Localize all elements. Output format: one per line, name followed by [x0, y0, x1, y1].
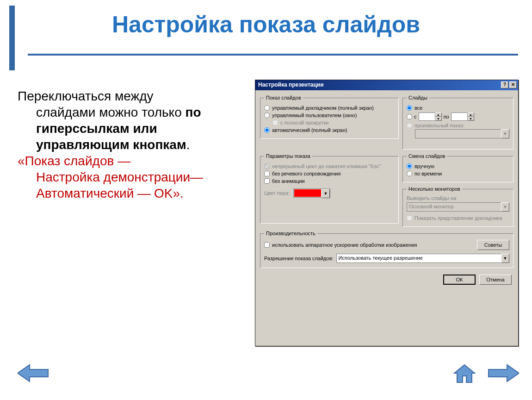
body-red-a: «Показ слайдов — — [18, 154, 130, 168]
svg-marker-0 — [18, 365, 48, 381]
group-show: Показ слайдов управляемый докладчиком (п… — [260, 95, 399, 139]
input-to[interactable] — [451, 112, 468, 121]
radio-slides-all-label: все — [414, 105, 422, 111]
cancel-button[interactable]: Отмена — [479, 275, 512, 285]
close-button[interactable]: ✕ — [509, 81, 517, 88]
combo-monitor-btn: ▼ — [501, 202, 509, 212]
check-no-narration-label: без речевого сопровождения — [272, 171, 340, 176]
check-presenter-view-label: Показать представление докладчика — [414, 215, 502, 221]
monitors-out-label: Выводить слайды на: — [407, 195, 509, 201]
group-slides: Слайды все с ▲▼ по ▲▼ произвольный показ… — [402, 95, 513, 150]
group-slides-legend: Слайды — [407, 95, 429, 100]
slide-frame: Настройка показа слайдов Переключаться м… — [0, 0, 532, 400]
group-monitors-legend: Несколько мониторов — [407, 186, 462, 192]
combo-custom-show-field — [415, 129, 501, 138]
radio-slides-range[interactable] — [407, 114, 412, 119]
combo-custom-show: ▼ — [415, 129, 509, 138]
check-loop-label: непрерывный цикл до нажатия клавиши "Esc… — [272, 163, 381, 169]
check-scrollbar — [272, 120, 278, 125]
body-line1-rest: слайдами можно только — [36, 105, 186, 119]
nav-next-button[interactable] — [488, 364, 519, 382]
combo-resolution-btn[interactable]: ▼ — [501, 254, 509, 263]
home-icon — [452, 362, 476, 384]
group-params: Параметры показа непрерывный цикл до наж… — [260, 153, 399, 224]
radio-custom-show — [407, 123, 412, 128]
body-period: . — [186, 138, 190, 152]
nav-prev-button[interactable] — [18, 364, 49, 382]
spin-from-up[interactable]: ▲ — [435, 112, 442, 117]
radio-custom-show-label: произвольный показ: — [414, 123, 464, 128]
group-change: Смена слайдов вручную по времени — [402, 153, 513, 182]
resolution-label: Разрешение показа слайдов: — [264, 256, 334, 261]
check-presenter-view — [407, 215, 412, 221]
pen-color-label: Цвет пера: — [264, 190, 290, 196]
radio-presenter-label: управляемый докладчиком (полный экран) — [272, 105, 374, 111]
title-underline — [28, 54, 518, 56]
dialog-body: Показ слайдов управляемый докладчиком (п… — [255, 90, 518, 288]
svg-marker-1 — [454, 365, 475, 382]
spin-from-down[interactable]: ▼ — [435, 117, 442, 121]
pen-color-swatch[interactable]: ▼ — [293, 188, 330, 198]
combo-resolution[interactable]: Использовать текущее разрешение ▼ — [336, 254, 509, 263]
label-from: с — [414, 114, 417, 119]
group-perf-legend: Производительность — [264, 231, 317, 236]
combo-monitor-field: Основной монитор — [407, 202, 501, 212]
pen-color-dropdown-icon[interactable]: ▼ — [322, 189, 330, 198]
combo-monitor: Основной монитор ▼ — [407, 202, 509, 212]
group-params-legend: Параметры показа — [264, 153, 312, 159]
group-monitors: Несколько мониторов Выводить слайды на: … — [402, 186, 513, 227]
page-title: Настройка показа слайдов — [0, 11, 532, 38]
radio-manual[interactable] — [407, 163, 412, 169]
ok-button[interactable]: ОК — [443, 275, 476, 285]
body-red-b: Настройка демонстрации—Автоматический — … — [18, 169, 244, 201]
input-from[interactable] — [419, 112, 435, 121]
spin-to-down[interactable]: ▼ — [468, 117, 474, 121]
check-no-animation[interactable] — [264, 178, 270, 184]
spin-to-up[interactable]: ▲ — [468, 112, 474, 117]
tips-button[interactable]: Советы — [477, 240, 509, 250]
radio-timed-label: по времени — [414, 171, 442, 176]
check-hw-accel[interactable] — [264, 242, 270, 248]
arrow-left-icon — [18, 364, 49, 382]
group-change-legend: Смена слайдов — [407, 153, 447, 159]
svg-marker-2 — [489, 365, 519, 381]
help-button[interactable]: ? — [501, 81, 508, 88]
pen-color-value — [294, 189, 321, 197]
arrow-right-icon — [488, 364, 519, 382]
settings-dialog: Настройка презентации ? ✕ Показ слайдов … — [255, 80, 519, 346]
group-perf: Производительность использовать аппаратн… — [260, 231, 513, 268]
radio-user[interactable] — [264, 112, 270, 118]
nav-home-button[interactable] — [452, 362, 476, 384]
dialog-button-row: ОК Отмена — [260, 272, 513, 285]
radio-timed[interactable] — [407, 171, 412, 176]
radio-presenter[interactable] — [264, 105, 270, 111]
radio-slides-all[interactable] — [407, 105, 412, 111]
group-show-legend: Показ слайдов — [264, 95, 303, 100]
dialog-titlebar[interactable]: Настройка презентации ? ✕ — [255, 80, 518, 90]
check-scrollbar-label: с полосой прокрутки — [280, 120, 328, 125]
radio-auto-label: автоматический (полный экран) — [272, 127, 347, 133]
check-no-narration[interactable] — [264, 171, 270, 176]
radio-user-label: управляемый пользователем (окно) — [272, 112, 357, 118]
body-line1-lead: Переключаться между — [18, 89, 154, 103]
label-to: по — [444, 114, 449, 119]
dialog-title: Настройка презентации — [258, 81, 324, 88]
check-loop — [264, 163, 270, 169]
body-text: Переключаться между слайдами можно тольк… — [18, 88, 244, 201]
combo-resolution-field: Использовать текущее разрешение — [336, 254, 501, 263]
check-hw-accel-label: использовать аппаратное ускорение обрабо… — [272, 242, 417, 248]
radio-manual-label: вручную — [414, 163, 434, 169]
check-no-animation-label: без анимации — [272, 178, 305, 184]
radio-auto[interactable] — [264, 127, 270, 133]
combo-custom-show-btn: ▼ — [501, 129, 509, 138]
